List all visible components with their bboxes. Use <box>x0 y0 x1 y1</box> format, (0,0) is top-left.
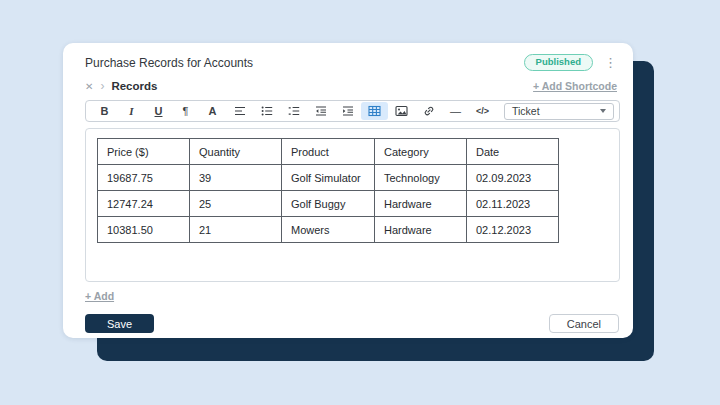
numbered-list-button[interactable] <box>280 102 307 120</box>
table-cell[interactable]: Technology <box>375 165 467 191</box>
table-cell[interactable]: 25 <box>190 191 282 217</box>
chevron-right-icon: › <box>100 80 104 92</box>
image-button[interactable] <box>388 102 415 120</box>
breadcrumb-records[interactable]: Records <box>111 80 157 92</box>
table-cell[interactable]: 39 <box>190 165 282 191</box>
page-background: Purchase Records for Accounts Published … <box>0 0 720 405</box>
outdent-icon <box>315 105 327 117</box>
table-button[interactable] <box>361 102 388 120</box>
breadcrumb: ✕ › Records + Add Shortcode <box>85 79 617 93</box>
bold-button[interactable]: B <box>91 102 118 120</box>
link-icon <box>423 105 435 117</box>
add-shortcode-link[interactable]: + Add Shortcode <box>533 80 617 92</box>
numbered-list-icon <box>288 105 300 117</box>
table-cell[interactable]: Mowers <box>282 217 375 243</box>
editor-content-area[interactable]: Price ($)QuantityProductCategoryDate 196… <box>85 128 620 282</box>
records-table: Price ($)QuantityProductCategoryDate 196… <box>97 138 559 243</box>
table-cell[interactable]: 19687.75 <box>98 165 190 191</box>
table-row: 10381.5021MowersHardware02.12.2023 <box>98 217 559 243</box>
column-header: Product <box>282 139 375 165</box>
font-color-button[interactable]: A <box>199 102 226 120</box>
kebab-menu-icon[interactable]: ⋮ <box>602 56 619 69</box>
indent-button[interactable] <box>334 102 361 120</box>
align-icon <box>234 105 246 117</box>
table-cell[interactable]: 02.11.2023 <box>467 191 559 217</box>
ticket-dropdown[interactable]: Ticket <box>504 103 614 120</box>
table-cell[interactable]: Golf Buggy <box>282 191 375 217</box>
table-cell[interactable]: Hardware <box>375 191 467 217</box>
column-header: Date <box>467 139 559 165</box>
dropdown-value: Ticket <box>512 105 540 117</box>
page-title: Purchase Records for Accounts <box>85 56 253 70</box>
table-cell[interactable]: 21 <box>190 217 282 243</box>
code-button[interactable]: </> <box>469 102 496 120</box>
header-actions: Published ⋮ <box>524 54 619 71</box>
column-header: Quantity <box>190 139 282 165</box>
paragraph-button[interactable]: ¶ <box>172 102 199 120</box>
link-button[interactable] <box>415 102 442 120</box>
column-header: Price ($) <box>98 139 190 165</box>
table-cell[interactable]: 02.12.2023 <box>467 217 559 243</box>
bullet-list-icon <box>261 105 273 117</box>
column-header: Category <box>375 139 467 165</box>
table-row: 12747.2425Golf BuggyHardware02.11.2023 <box>98 191 559 217</box>
outdent-button[interactable] <box>307 102 334 120</box>
save-button[interactable]: Save <box>85 314 154 333</box>
indent-icon <box>342 105 354 117</box>
table-cell[interactable]: 12747.24 <box>98 191 190 217</box>
editor-modal-card: Purchase Records for Accounts Published … <box>63 43 633 338</box>
chevron-down-icon <box>600 109 606 113</box>
table-row: 19687.7539Golf SimulatorTechnology02.09.… <box>98 165 559 191</box>
editor-toolbar: B I U ¶ A <box>85 100 620 122</box>
status-badge: Published <box>524 54 593 71</box>
table-cell[interactable]: Hardware <box>375 217 467 243</box>
table-cell[interactable]: Golf Simulator <box>282 165 375 191</box>
horizontal-rule-button[interactable]: — <box>442 102 469 120</box>
table-icon <box>368 105 381 117</box>
table-cell[interactable]: 10381.50 <box>98 217 190 243</box>
image-icon <box>395 105 408 117</box>
cancel-button[interactable]: Cancel <box>549 314 619 333</box>
table-header-row: Price ($)QuantityProductCategoryDate <box>98 139 559 165</box>
card-header: Purchase Records for Accounts Published … <box>85 54 619 71</box>
close-icon[interactable]: ✕ <box>85 81 93 92</box>
underline-button[interactable]: U <box>145 102 172 120</box>
table-cell[interactable]: 02.09.2023 <box>467 165 559 191</box>
bullet-list-button[interactable] <box>253 102 280 120</box>
align-button[interactable] <box>226 102 253 120</box>
add-row-link[interactable]: + Add <box>85 290 114 302</box>
italic-button[interactable]: I <box>118 102 145 120</box>
